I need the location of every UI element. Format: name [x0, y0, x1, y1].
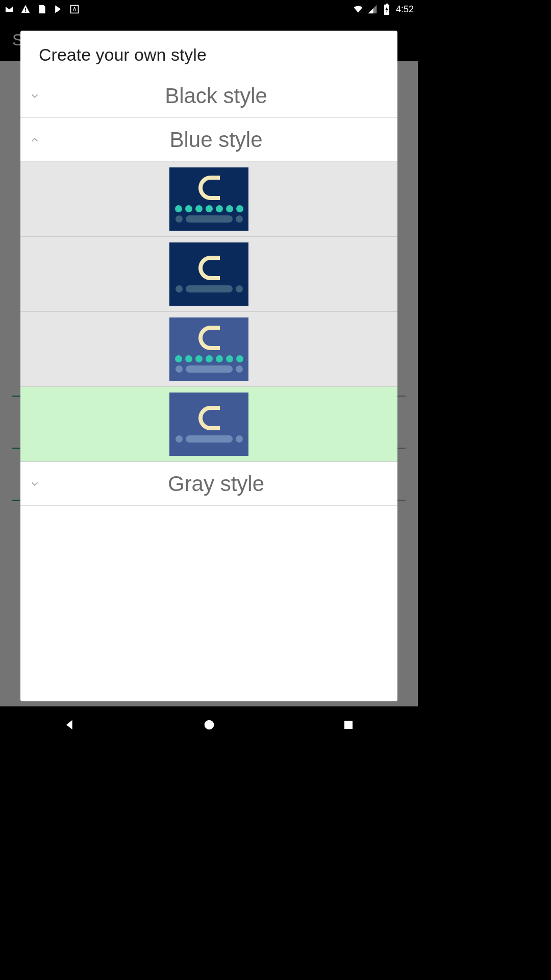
blue-preview-4-selected[interactable]: [20, 387, 397, 462]
svg-rect-5: [386, 4, 388, 5]
battery-charging-icon: [382, 4, 392, 14]
style-row-blue[interactable]: Blue style: [20, 118, 397, 162]
wifi-icon: [353, 4, 363, 14]
svg-point-6: [204, 720, 214, 730]
style-row-black[interactable]: Black style: [20, 74, 397, 118]
gmail-icon: [4, 4, 14, 14]
keyboard-preview-icon: [169, 393, 248, 456]
dialog-title: Create your own style: [20, 31, 397, 74]
back-button[interactable]: [54, 708, 86, 741]
status-bar: A 4:52: [0, 0, 418, 18]
style-picker-dialog: Create your own style Black style Blue s…: [20, 31, 397, 701]
status-time: 4:52: [396, 4, 414, 15]
navigation-bar: [0, 706, 418, 743]
keyboard-preview-icon: [169, 317, 248, 381]
keyboard-preview-icon: [169, 242, 248, 306]
play-store-icon: [53, 4, 63, 14]
style-label: Gray style: [42, 472, 390, 496]
svg-rect-7: [344, 721, 353, 729]
style-label: Blue style: [42, 128, 390, 152]
cell-signal-icon: [367, 4, 378, 14]
text-box-icon: A: [69, 4, 80, 14]
chevron-down-icon: [28, 89, 42, 103]
sd-card-icon: [37, 4, 47, 14]
style-label: Black style: [42, 84, 390, 108]
chevron-up-icon: [28, 133, 42, 147]
blue-preview-3[interactable]: [20, 312, 397, 387]
svg-rect-0: [25, 8, 26, 11]
style-row-gray[interactable]: Gray style: [20, 462, 397, 506]
blue-preview-1[interactable]: [20, 162, 397, 237]
keyboard-preview-icon: [169, 167, 248, 231]
svg-text:A: A: [73, 7, 77, 12]
warning-icon: [20, 4, 31, 14]
home-button[interactable]: [193, 708, 226, 741]
recents-button[interactable]: [332, 708, 365, 741]
blue-preview-2[interactable]: [20, 237, 397, 312]
chevron-down-icon: [28, 477, 42, 491]
svg-rect-1: [25, 11, 26, 12]
